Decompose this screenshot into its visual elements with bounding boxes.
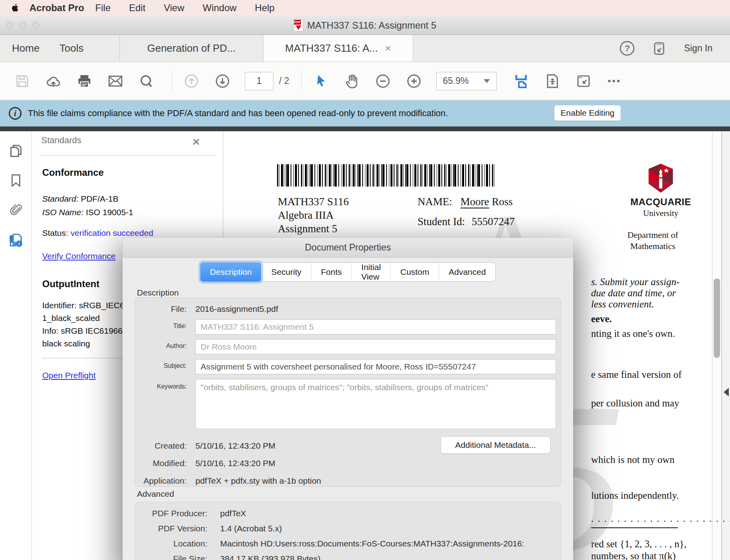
location-row: Location: Macintosh HD:Users:ross:Docume… xyxy=(135,539,561,550)
file-row: File: 2016-assignment5.pdf xyxy=(135,304,561,315)
close-tab-icon[interactable]: × xyxy=(385,42,391,54)
description-section-label: Description xyxy=(137,288,179,298)
page-scrolling-mode-icon[interactable] xyxy=(513,72,530,90)
email-icon[interactable] xyxy=(107,72,124,90)
zoom-in-icon[interactable] xyxy=(405,72,423,90)
tab-security[interactable]: Security xyxy=(261,263,311,281)
bookmarks-icon[interactable] xyxy=(7,172,25,189)
hand-tool-icon[interactable] xyxy=(343,72,361,90)
menu-help[interactable]: Help xyxy=(255,2,274,14)
close-panel-icon[interactable]: ✕ xyxy=(192,136,201,148)
coversheet-course-block: MATH337 S116 Algebra IIIA Assignment 5 xyxy=(278,195,349,235)
attachments-icon[interactable] xyxy=(7,201,25,219)
next-page-icon[interactable] xyxy=(214,72,231,90)
window-title: MATH337 S116: Assignment 5 xyxy=(307,20,437,31)
search-icon[interactable] xyxy=(138,72,155,90)
advanced-group: PDF Producer: pdfTeX PDF Version: 1.4 (A… xyxy=(135,502,561,560)
open-preflight-link[interactable]: Open Preflight xyxy=(42,371,96,380)
pdf-dotted-line: . . . . . . . . . . . . . . . . . . . . … xyxy=(591,513,730,524)
navigation-sidebar: i xyxy=(0,131,32,560)
zoom-level-select[interactable]: 65.9% xyxy=(436,72,497,90)
keywords-label: Keywords: xyxy=(138,383,187,390)
enable-editing-button[interactable]: Enable Editing xyxy=(554,105,621,121)
coversheet-name-line: NAME: Moore Ross xyxy=(418,196,513,208)
page-thumbnails-icon[interactable] xyxy=(7,142,25,160)
macquarie-wordmark-sub: University xyxy=(611,208,710,218)
right-panel-strip xyxy=(722,131,730,560)
window-title-bar: PDF MATH337 S116: Assignment 5 xyxy=(0,16,730,35)
subject-label: Subject: xyxy=(138,362,187,369)
pdf-text-fragment: s. Submit your assign- xyxy=(591,276,679,288)
help-icon[interactable]: ? xyxy=(620,41,634,56)
tab-advanced[interactable]: Advanced xyxy=(439,263,495,281)
iso-name-line: ISO Name: ISO 19005-1 xyxy=(42,208,133,217)
share-cloud-icon[interactable] xyxy=(45,72,62,90)
description-group: File: 2016-assignment5.pdf Title: MATH33… xyxy=(135,298,561,487)
pdf-producer-row: PDF Producer: pdfTeX xyxy=(135,509,561,520)
zoom-out-icon[interactable] xyxy=(374,72,392,90)
tab-custom[interactable]: Custom xyxy=(390,263,439,281)
page-number-input[interactable]: 1 xyxy=(245,72,273,90)
department-line: Mathematics xyxy=(603,241,703,251)
apple-icon[interactable] xyxy=(10,3,20,13)
pdf-text-fragment: due date and time, or xyxy=(591,288,676,299)
standard-line: Standard: PDF/A-1B xyxy=(42,194,118,204)
menu-file[interactable]: File xyxy=(95,2,111,14)
tab-generation-of-pdfa[interactable]: Generation of PD... xyxy=(120,35,263,62)
subject-input[interactable]: Assignment 5 with coversheet personalise… xyxy=(195,359,556,374)
dialog-tab-control: Description Security Fonts Initial View … xyxy=(200,262,496,282)
more-tools-icon[interactable]: ••• xyxy=(606,72,623,90)
print-icon[interactable] xyxy=(76,72,93,90)
verify-conformance-link[interactable]: Verify Conformance xyxy=(42,251,115,261)
info-icon: i xyxy=(9,107,21,120)
barcode xyxy=(277,164,495,187)
department-line: Department of xyxy=(603,230,703,240)
pdf-version-row: PDF Version: 1.4 (Acrobat 5.x) xyxy=(135,524,561,535)
tab-home[interactable]: Home xyxy=(12,42,39,54)
menu-edit[interactable]: Edit xyxy=(129,2,145,14)
page-total-label: / 2 xyxy=(279,76,289,86)
document-properties-dialog: Document Properties Description Security… xyxy=(123,238,573,560)
outputintent-heading: OutputIntent xyxy=(42,278,100,290)
author-label: Author: xyxy=(138,342,187,350)
collapse-right-panel-arrow[interactable] xyxy=(724,388,729,397)
window-title-group: PDF MATH337 S116: Assignment 5 xyxy=(0,16,730,35)
title-input[interactable]: MATH337 S116: Assignment 5 xyxy=(195,319,556,334)
additional-metadata-button[interactable]: Additional Metadata... xyxy=(441,436,550,454)
tab-initial-view[interactable]: Initial View xyxy=(351,263,390,281)
pdf-text-fragment: e same final version of xyxy=(591,369,682,380)
modified-row: Modified: 5/10/16, 12:43:20 PM xyxy=(135,459,561,470)
title-label: Title: xyxy=(138,323,187,330)
mobile-device-icon[interactable] xyxy=(652,41,666,56)
pdf-text-fragment: eeve. xyxy=(591,313,612,325)
chevron-down-icon xyxy=(484,79,490,83)
menu-window[interactable]: Window xyxy=(203,2,236,14)
pdf-text-fragment: per collusion and may xyxy=(591,398,679,409)
pdf-rule-line xyxy=(591,527,678,528)
fullscreen-icon[interactable] xyxy=(575,72,592,90)
macquarie-wordmark: MACQUARIE xyxy=(611,196,710,208)
tab-fonts[interactable]: Fonts xyxy=(311,263,351,281)
pdfa-message: This file claims compliance with the PDF… xyxy=(28,108,448,119)
select-tool-icon[interactable] xyxy=(312,72,330,90)
tab-description[interactable]: Description xyxy=(200,262,261,282)
previous-page-icon[interactable] xyxy=(183,72,200,90)
standards-panel-icon[interactable]: i xyxy=(7,231,25,249)
tab-math337-assignment[interactable]: MATH337 S116: A... × xyxy=(264,35,413,62)
menu-view[interactable]: View xyxy=(164,2,184,14)
keywords-input[interactable]: "orbits, stabilisers, groups of matrices… xyxy=(195,379,556,429)
sign-in-link[interactable]: Sign In xyxy=(684,43,712,54)
save-icon[interactable] xyxy=(14,72,31,90)
status-line: Status: verification succeeded xyxy=(42,228,153,238)
author-input[interactable]: Dr Ross Moore xyxy=(195,339,556,354)
fit-page-icon[interactable] xyxy=(544,72,561,90)
scrollbar-thumb[interactable] xyxy=(714,278,720,358)
coversheet-student-id-line: Student Id: 55507247 xyxy=(418,216,515,228)
conformance-heading: Conformance xyxy=(42,167,104,178)
tab-tools[interactable]: Tools xyxy=(59,42,84,54)
outputintent-line: 1_black_scaled xyxy=(42,313,100,323)
dialog-title-bar[interactable]: Document Properties xyxy=(123,238,573,258)
menu-app-name[interactable]: Acrobat Pro xyxy=(29,2,84,14)
application-row: Application: pdfTeX + pdfx.sty with a-1b… xyxy=(135,476,561,487)
tab-bar: Home Tools Generation of PD... MATH337 S… xyxy=(0,35,730,62)
